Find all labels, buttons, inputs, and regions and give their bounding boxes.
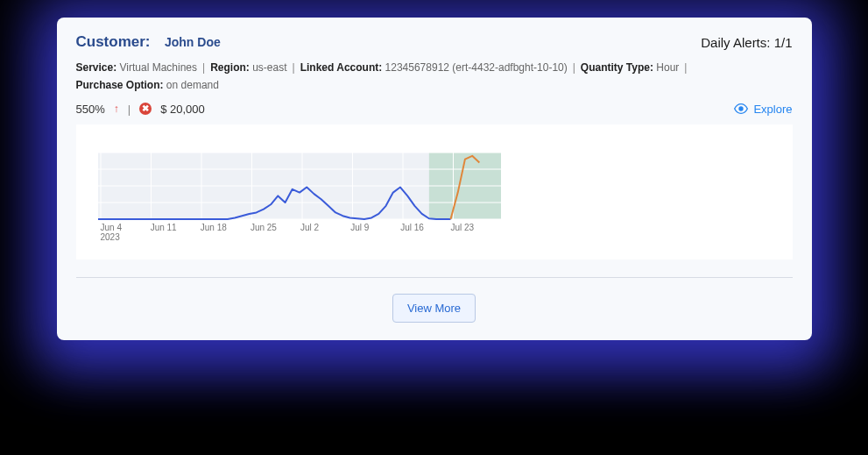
chart-xaxis: Jun 42023Jun 11Jun 18Jun 25Jul 2Jul 9Jul… bbox=[94, 223, 501, 242]
chart: Jun 42023Jun 11Jun 18Jun 25Jul 2Jul 9Jul… bbox=[94, 151, 501, 242]
chart-tick: Jun 25 bbox=[251, 223, 300, 242]
chart-panel: Jun 42023Jun 11Jun 18Jun 25Jul 2Jul 9Jul… bbox=[76, 124, 793, 259]
customer-block: Customer: John Doe bbox=[76, 33, 221, 51]
separator-icon: | bbox=[684, 61, 687, 74]
chart-tick-year: 2023 bbox=[101, 232, 151, 242]
stats-left: 550% ↑ | ✖ $ 20,000 bbox=[76, 103, 205, 116]
chart-tick: Jun 18 bbox=[201, 223, 251, 242]
linked-account-label: Linked Account: bbox=[300, 61, 383, 74]
purchase-option-label: Purchase Option: bbox=[76, 79, 164, 91]
separator-icon: | bbox=[293, 61, 295, 74]
divider bbox=[76, 277, 793, 278]
region-value: us-east bbox=[252, 61, 286, 74]
explore-label: Explore bbox=[753, 103, 792, 116]
alert-card: Customer: John Doe Daily Alerts: 1/1 Ser… bbox=[57, 18, 812, 340]
eye-icon bbox=[734, 102, 748, 116]
view-more-row: View More bbox=[76, 294, 793, 323]
svg-point-0 bbox=[739, 107, 743, 110]
alerts-label: Daily Alerts: bbox=[701, 35, 770, 50]
quantity-type-value: Hour bbox=[656, 61, 679, 74]
linked-account-value: 12345678912 (ert-4432-adfbght-10-10) bbox=[385, 61, 568, 74]
stats-row: 550% ↑ | ✖ $ 20,000 Explore bbox=[76, 102, 793, 116]
separator-icon: | bbox=[573, 61, 575, 74]
chart-tick: Jun 11 bbox=[151, 223, 201, 242]
alerts-value: 1/1 bbox=[774, 35, 793, 50]
arrow-up-icon: ↑ bbox=[114, 103, 119, 114]
chart-tick: Jun 42023 bbox=[101, 223, 151, 242]
explore-link[interactable]: Explore bbox=[734, 102, 792, 116]
separator-icon: | bbox=[202, 61, 205, 74]
chart-tick: Jul 23 bbox=[450, 223, 500, 242]
amount-value: $ 20,000 bbox=[160, 103, 205, 116]
separator-icon: | bbox=[128, 103, 131, 116]
region-label: Region: bbox=[210, 61, 250, 74]
meta-row: Service: Virtual Machines | Region: us-e… bbox=[76, 61, 793, 91]
daily-alerts: Daily Alerts: 1/1 bbox=[701, 35, 792, 50]
customer-name: John Doe bbox=[165, 35, 221, 49]
customer-label: Customer: bbox=[76, 33, 151, 50]
chart-tick: Jul 16 bbox=[400, 223, 450, 242]
alert-badge-icon: ✖ bbox=[139, 103, 152, 115]
card-header: Customer: John Doe Daily Alerts: 1/1 bbox=[76, 33, 793, 51]
service-label: Service: bbox=[76, 61, 117, 74]
percent-change: 550% bbox=[76, 103, 105, 116]
quantity-type-label: Quantity Type: bbox=[581, 61, 653, 74]
service-value: Virtual Machines bbox=[120, 61, 198, 74]
chart-tick: Jul 2 bbox=[300, 223, 350, 242]
purchase-option-value: on demand bbox=[166, 79, 219, 91]
view-more-button[interactable]: View More bbox=[392, 294, 476, 323]
line-chart bbox=[94, 151, 501, 221]
chart-tick: Jul 9 bbox=[350, 223, 400, 242]
